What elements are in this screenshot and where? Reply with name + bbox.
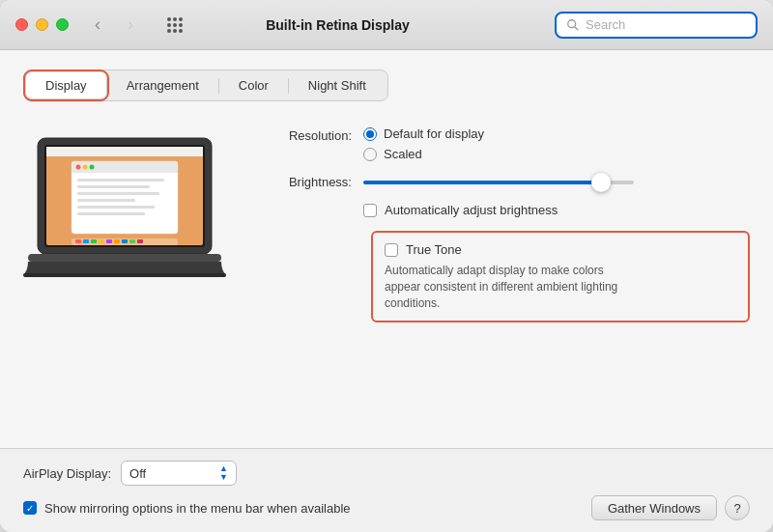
svg-rect-19: [75, 239, 81, 243]
svg-rect-28: [28, 254, 221, 262]
mirroring-label: Show mirroring options in the menu bar w…: [44, 501, 351, 516]
brightness-row: Brightness:: [265, 175, 750, 189]
gather-windows-button[interactable]: Gather Windows: [591, 495, 717, 520]
laptop-illustration: [23, 130, 226, 294]
back-button[interactable]: ‹: [84, 12, 111, 39]
content: Display Arrangement Color Night Shift: [0, 50, 773, 448]
svg-rect-24: [114, 239, 120, 243]
truetone-section: True Tone Automatically adapt display to…: [371, 231, 750, 322]
window-title: Built-in Retina Display: [121, 17, 555, 33]
brightness-slider-thumb[interactable]: [591, 173, 611, 192]
tab-arrangement[interactable]: Arrangement: [107, 72, 218, 98]
traffic-lights: [15, 18, 69, 31]
svg-rect-20: [83, 239, 89, 243]
svg-rect-12: [77, 179, 164, 182]
svg-rect-14: [77, 192, 159, 195]
svg-rect-27: [137, 239, 143, 243]
resolution-label: Resolution:: [265, 126, 352, 143]
svg-point-11: [90, 165, 95, 170]
back-icon: ‹: [95, 14, 100, 35]
main-panel: Resolution: Default for display Scaled: [23, 121, 750, 429]
truetone-checkbox-row[interactable]: True Tone: [385, 242, 736, 257]
chevron-down-icon: ▼: [219, 473, 228, 482]
airplay-row: AirPlay Display: Off ▲ ▼: [23, 461, 750, 486]
mirroring-left: ✓ Show mirroring options in the menu bar…: [23, 501, 351, 516]
tab-display[interactable]: Display: [26, 72, 106, 98]
search-icon: [566, 18, 580, 32]
svg-rect-16: [77, 206, 155, 209]
auto-brightness-checkbox[interactable]: [363, 204, 377, 217]
maximize-button[interactable]: [56, 18, 69, 31]
resolution-scaled-radio[interactable]: [363, 148, 377, 161]
titlebar: ‹ › Built-in Retina Display: [0, 0, 773, 50]
svg-rect-23: [106, 239, 112, 243]
tab-nightshift[interactable]: Night Shift: [289, 72, 386, 98]
resolution-default-radio[interactable]: [363, 127, 377, 141]
checkmark-icon: ✓: [26, 503, 34, 514]
brightness-slider-track[interactable]: [363, 181, 634, 184]
minimize-button[interactable]: [36, 18, 48, 31]
auto-brightness-label: Automatically adjust brightness: [385, 203, 558, 217]
airplay-select-arrow: ▲ ▼: [219, 464, 228, 482]
resolution-default-option[interactable]: Default for display: [363, 126, 484, 141]
laptop-preview: [23, 121, 236, 429]
resolution-controls: Default for display Scaled: [363, 126, 484, 161]
svg-rect-29: [23, 273, 226, 277]
svg-rect-17: [77, 212, 145, 215]
airplay-select[interactable]: Off ▲ ▼: [121, 461, 237, 486]
svg-rect-26: [129, 239, 135, 243]
settings-panel: Resolution: Default for display Scaled: [265, 121, 750, 429]
truetone-description: Automatically adapt display to make colo…: [385, 263, 636, 311]
search-box[interactable]: [555, 12, 758, 39]
resolution-scaled-label: Scaled: [384, 147, 422, 161]
close-button[interactable]: [15, 18, 28, 31]
airplay-label: AirPlay Display:: [23, 466, 111, 481]
mirroring-checkbox[interactable]: ✓: [23, 501, 37, 515]
svg-rect-22: [99, 239, 104, 243]
mirroring-row: ✓ Show mirroring options in the menu bar…: [23, 495, 750, 520]
help-button[interactable]: ?: [725, 495, 750, 520]
svg-rect-5: [46, 147, 203, 156]
svg-rect-15: [77, 199, 135, 202]
resolution-row: Resolution: Default for display Scaled: [265, 126, 750, 161]
svg-point-10: [83, 165, 88, 170]
svg-point-0: [568, 19, 576, 27]
svg-rect-13: [77, 185, 150, 188]
tab-color[interactable]: Color: [219, 72, 288, 98]
auto-brightness-checkbox-row[interactable]: Automatically adjust brightness: [363, 203, 750, 217]
search-input[interactable]: [586, 17, 746, 32]
svg-line-1: [575, 26, 579, 30]
auto-brightness-row: Automatically adjust brightness: [363, 203, 750, 217]
bottom-buttons: Gather Windows ?: [591, 495, 750, 520]
truetone-label: True Tone: [406, 242, 462, 257]
svg-rect-25: [122, 239, 128, 243]
truetone-checkbox[interactable]: [385, 243, 398, 257]
airplay-value: Off: [129, 466, 212, 481]
bottom-bar: AirPlay Display: Off ▲ ▼ ✓ Show mirrorin…: [0, 448, 773, 532]
window: ‹ › Built-in Retina Display Disp: [0, 0, 773, 532]
brightness-slider-container[interactable]: [363, 181, 634, 184]
svg-rect-8: [72, 169, 178, 173]
svg-point-9: [76, 165, 81, 170]
resolution-default-label: Default for display: [384, 126, 484, 141]
tabs-container: Display Arrangement Color Night Shift: [23, 70, 388, 101]
resolution-scaled-option[interactable]: Scaled: [363, 147, 484, 161]
brightness-label: Brightness:: [265, 175, 352, 189]
svg-rect-21: [91, 239, 97, 243]
